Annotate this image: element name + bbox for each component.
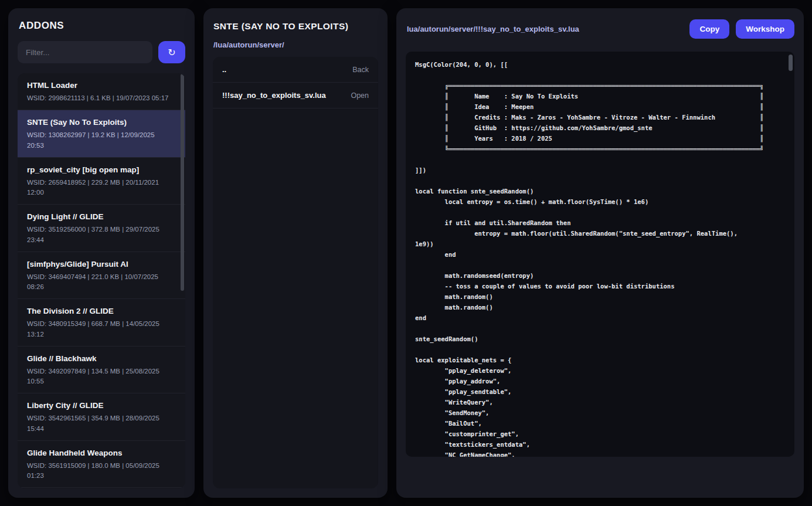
open-file-path: lua/autorun/server/!!!say_no_to_exploits… [406, 25, 579, 33]
addon-meta: WSID: 3561915009 | 180.0 MB | 05/09/2025… [27, 461, 171, 481]
addon-name: Glide Handheld Weapons [27, 449, 171, 457]
current-path: /lua/autorun/server/ [213, 40, 378, 49]
addon-list-scrollbar-thumb[interactable] [181, 74, 184, 291]
refresh-icon: ↻ [168, 47, 175, 58]
code-content: MsgC(Color(204, 0, 0), [[ ╔═════════════… [415, 59, 785, 457]
addon-list-item[interactable]: Glide Handheld Weapons WSID: 3561915009 … [18, 441, 185, 488]
addon-meta: WSID: 2998621113 | 6.1 KB | 19/07/2023 0… [27, 93, 171, 103]
addon-meta: WSID: 3519256000 | 372.8 MB | 29/07/2025… [27, 225, 171, 245]
files-panel-title: SNTE (SAY NO TO EXPLOITS) [213, 21, 378, 32]
code-viewer-panel: lua/autorun/server/!!!say_no_to_exploits… [396, 8, 804, 498]
addon-name: HTML Loader [27, 81, 171, 90]
addons-panel: ADDONS ↻ HTML Loader WSID: 2998621113 | … [8, 8, 195, 498]
addon-name: The Division 2 // GLIDE [27, 307, 171, 315]
addon-name: Glide // Blackhawk [27, 354, 171, 363]
addon-name: [simfphys/Glide] Pursuit AI [27, 260, 171, 269]
code-viewer[interactable]: MsgC(Color(204, 0, 0), [[ ╔═════════════… [406, 52, 794, 457]
open-action-label[interactable]: Open [351, 91, 369, 100]
addon-list-item[interactable]: Dying Light // GLIDE WSID: 3519256000 | … [18, 205, 185, 252]
addon-meta: WSID: 2659418952 | 229.2 MB | 20/11/2021… [27, 178, 171, 198]
file-name: .. [222, 65, 226, 74]
addon-name: Dying Light // GLIDE [27, 212, 171, 221]
addon-meta: WSID: 3492097849 | 134.5 MB | 25/08/2025… [27, 366, 171, 387]
app-root: ADDONS ↻ HTML Loader WSID: 2998621113 | … [0, 0, 812, 506]
filter-input[interactable] [18, 41, 152, 63]
workshop-button[interactable]: Workshop [736, 19, 794, 39]
addon-meta: WSID: 1308262997 | 19.2 KB | 12/09/2025 … [27, 130, 171, 151]
addon-list-item[interactable]: Glide // Blackhawk WSID: 3492097849 | 13… [18, 347, 185, 394]
addon-list-item[interactable]: HTML Loader WSID: 2998621113 | 6.1 KB | … [18, 73, 185, 110]
addons-title: ADDONS [19, 20, 185, 32]
files-panel: SNTE (SAY NO TO EXPLOITS) /lua/autorun/s… [203, 8, 388, 498]
addon-list-item[interactable]: The Division 2 // GLIDE WSID: 3480915349… [18, 299, 185, 347]
file-name: !!!say_no_to_exploits_sv.lua [222, 91, 326, 100]
filter-row: ↻ [18, 41, 185, 63]
addon-meta: WSID: 3480915349 | 668.7 MB | 14/05/2025… [27, 319, 171, 339]
file-row-parent-dir[interactable]: .. Back [213, 57, 378, 83]
viewer-header: lua/autorun/server/!!!say_no_to_exploits… [406, 18, 794, 40]
copy-button[interactable]: Copy [689, 19, 729, 39]
addon-list-item[interactable]: [simfphys/Glide] Pursuit AI WSID: 346940… [18, 252, 185, 300]
viewer-actions: Copy Workshop [689, 19, 794, 39]
addon-name: Liberty City // GLIDE [27, 401, 171, 410]
file-row[interactable]: !!!say_no_to_exploits_sv.lua Open [213, 83, 378, 108]
addon-name: rp_soviet_city [big open map] [27, 165, 171, 174]
addon-list-item[interactable]: Liberty City // GLIDE WSID: 3542961565 |… [18, 393, 185, 441]
addon-meta: WSID: 3469407494 | 221.0 KB | 10/07/2025… [27, 272, 171, 293]
refresh-button[interactable]: ↻ [158, 41, 185, 63]
code-scrollbar-thumb[interactable] [789, 55, 793, 71]
addon-list-item-selected[interactable]: SNTE (Say No To Exploits) WSID: 13082629… [18, 110, 185, 158]
addon-name: SNTE (Say No To Exploits) [27, 118, 171, 127]
addon-meta: WSID: 3542961565 | 354.9 MB | 28/09/2025… [27, 413, 171, 434]
addon-list: HTML Loader WSID: 2998621113 | 6.1 KB | … [18, 73, 185, 488]
back-action-label[interactable]: Back [352, 66, 369, 74]
file-list: .. Back !!!say_no_to_exploits_sv.lua Ope… [213, 57, 378, 488]
addon-list-item[interactable]: rp_soviet_city [big open map] WSID: 2659… [18, 158, 185, 205]
